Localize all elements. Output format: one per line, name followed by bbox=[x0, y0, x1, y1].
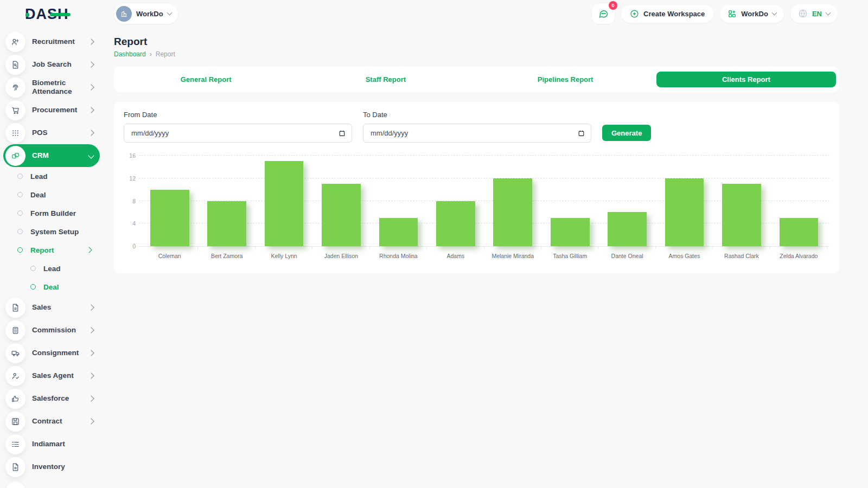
x-axis-label-melanie-miranda: Melanie Miranda bbox=[484, 253, 541, 259]
calculator-icon bbox=[11, 326, 20, 335]
sidebar-item-contract[interactable]: Contract bbox=[3, 410, 100, 433]
sidebar-subitem-label: Lead bbox=[30, 172, 91, 181]
app-logo[interactable]: DASH bbox=[3, 0, 100, 28]
logo-dash-icon bbox=[50, 13, 71, 16]
sidebar-item-sales-agent[interactable]: Sales Agent bbox=[3, 364, 100, 387]
workspace-switcher[interactable]: WorkDo bbox=[114, 4, 178, 24]
grid-dots-icon bbox=[11, 129, 20, 138]
chevron-right-icon bbox=[88, 84, 94, 90]
chart-bar-slot-adams bbox=[427, 156, 484, 246]
breadcrumb-dashboard-link[interactable]: Dashboard bbox=[114, 50, 146, 58]
chart-bar-slot-melanie-miranda bbox=[484, 156, 541, 246]
chart-bar-slot-dante-oneal bbox=[598, 156, 655, 246]
workspace-name: WorkDo bbox=[136, 10, 163, 18]
sidebar-item-label: Inventory bbox=[32, 463, 93, 471]
list-icon bbox=[11, 440, 20, 449]
sidebar-item-label: Commission bbox=[32, 326, 82, 335]
to-date-input[interactable] bbox=[369, 129, 578, 138]
to-date-label: To Date bbox=[363, 111, 591, 119]
chevron-right-icon bbox=[88, 130, 94, 136]
chart-bar-slot-zelda-alvarado bbox=[770, 156, 827, 246]
user-check-icon bbox=[11, 371, 20, 381]
sidebar-item-deal[interactable]: Deal bbox=[3, 185, 100, 204]
chart-bar-slot-bert-zamora bbox=[198, 156, 255, 246]
file-icon bbox=[11, 303, 20, 312]
sidebar-item-label: Consignment bbox=[32, 349, 82, 357]
chevron-down-icon bbox=[167, 10, 172, 16]
messages-button[interactable]: 0 bbox=[592, 4, 615, 24]
chart-bar-adams bbox=[436, 201, 475, 247]
language-selector[interactable]: EN bbox=[790, 4, 838, 23]
workdo-menu-button[interactable]: WorkDo bbox=[720, 5, 784, 23]
y-axis-tick-8: 8 bbox=[124, 198, 136, 204]
chevron-right-icon bbox=[88, 395, 94, 401]
chart-bar-kelly-lynn bbox=[265, 161, 304, 246]
sidebar-item-biometric-attendance[interactable]: Biometric Attendance bbox=[3, 76, 100, 99]
x-axis-label-adams: Adams bbox=[427, 253, 484, 259]
chevron-right-icon bbox=[88, 350, 94, 356]
sidebar-item-report[interactable]: Report bbox=[3, 241, 100, 259]
chevron-right-icon bbox=[88, 327, 94, 333]
sidebar-item-lead[interactable]: Lead bbox=[3, 167, 100, 185]
tab-general-report[interactable]: General Report bbox=[116, 72, 296, 87]
x-axis-label-rashad-clark: Rashad Clark bbox=[713, 253, 770, 259]
chart-bar-slot-coleman bbox=[141, 156, 198, 246]
chart-bar-amos-gates bbox=[665, 178, 704, 246]
generate-button[interactable]: Generate bbox=[602, 125, 651, 141]
y-axis-tick-4: 4 bbox=[124, 220, 136, 227]
sidebar-item-lead[interactable]: Lead bbox=[3, 259, 100, 278]
sidebar-subitem-label: Form Builder bbox=[30, 209, 91, 217]
create-workspace-button[interactable]: Create Workspace bbox=[621, 5, 713, 23]
x-axis-label-amos-gates: Amos Gates bbox=[656, 253, 713, 259]
chevron-down-icon bbox=[771, 10, 777, 16]
report-tabs: General ReportStaff ReportPipelines Repo… bbox=[114, 67, 839, 92]
workdo-menu-label: WorkDo bbox=[741, 10, 768, 18]
sidebar-item-salesforce[interactable]: Salesforce bbox=[3, 387, 100, 410]
sidebar-item-crm[interactable]: CRM bbox=[3, 144, 100, 167]
sidebar-item-sales[interactable]: Sales bbox=[3, 296, 100, 319]
list-icon bbox=[5, 434, 25, 454]
sidebar-item-consignment[interactable]: Consignment bbox=[3, 342, 100, 364]
from-date-input[interactable] bbox=[130, 129, 339, 138]
calendar-icon[interactable] bbox=[578, 130, 585, 137]
sidebar-subitem-label: Report bbox=[30, 246, 79, 254]
sidebar-item-label: POS bbox=[32, 129, 82, 137]
bullet-icon bbox=[17, 192, 23, 197]
sidebar: DASH RecruitmentJob SearchBiometric Atte… bbox=[0, 0, 103, 488]
breadcrumb: Dashboard › Report bbox=[114, 50, 839, 58]
sidebar-item-indiamart[interactable]: Indiamart bbox=[3, 433, 100, 455]
sidebar-item-job-search[interactable]: Job Search bbox=[3, 53, 100, 76]
sidebar-item-form-builder[interactable]: Form Builder bbox=[3, 204, 100, 222]
x-axis-label-bert-zamora: Bert Zamora bbox=[198, 253, 255, 259]
create-workspace-label: Create Workspace bbox=[643, 10, 705, 18]
calculator-icon bbox=[5, 320, 25, 341]
sidebar-subitem-label: Deal bbox=[43, 283, 91, 291]
thumbs-up-icon bbox=[11, 394, 20, 403]
sidebar-item-deal[interactable]: Deal bbox=[3, 278, 100, 296]
chevron-right-icon bbox=[88, 418, 94, 424]
calendar-icon[interactable] bbox=[339, 130, 346, 137]
file-icon bbox=[5, 298, 25, 318]
chart-bar-slot-rhonda-molina bbox=[370, 156, 427, 246]
bullet-icon bbox=[30, 284, 36, 290]
y-axis-tick-0: 0 bbox=[124, 243, 136, 249]
sidebar-item-commission[interactable]: Commission bbox=[3, 319, 100, 342]
tab-staff-report[interactable]: Staff Report bbox=[296, 72, 475, 87]
sidebar-item-inventory[interactable]: Inventory bbox=[3, 455, 100, 478]
sidebar-item-system-setup[interactable]: System Setup bbox=[3, 222, 100, 241]
tab-pipelines-report[interactable]: Pipelines Report bbox=[476, 72, 655, 87]
report-card: From Date To Date Generate 0481216 Colem… bbox=[114, 102, 839, 273]
sidebar-item-recruitment[interactable]: Recruitment bbox=[3, 30, 100, 53]
sidebar-item-procurement[interactable]: Procurement bbox=[3, 99, 100, 121]
chart-bar-dante-oneal bbox=[608, 212, 647, 246]
chart-bar-bert-zamora bbox=[207, 201, 246, 247]
user-plus-icon bbox=[5, 32, 25, 52]
chevron-down-icon bbox=[826, 10, 831, 16]
chart-bar-jaden-ellison bbox=[322, 184, 361, 246]
crm-boxes-icon bbox=[11, 151, 20, 160]
from-date-label: From Date bbox=[124, 111, 352, 119]
y-axis-tick-16: 16 bbox=[124, 152, 136, 159]
tab-clients-report[interactable]: Clients Report bbox=[656, 72, 836, 87]
sidebar-item-pos[interactable]: POS bbox=[3, 121, 100, 144]
chart-bar-slot-amos-gates bbox=[656, 156, 713, 246]
